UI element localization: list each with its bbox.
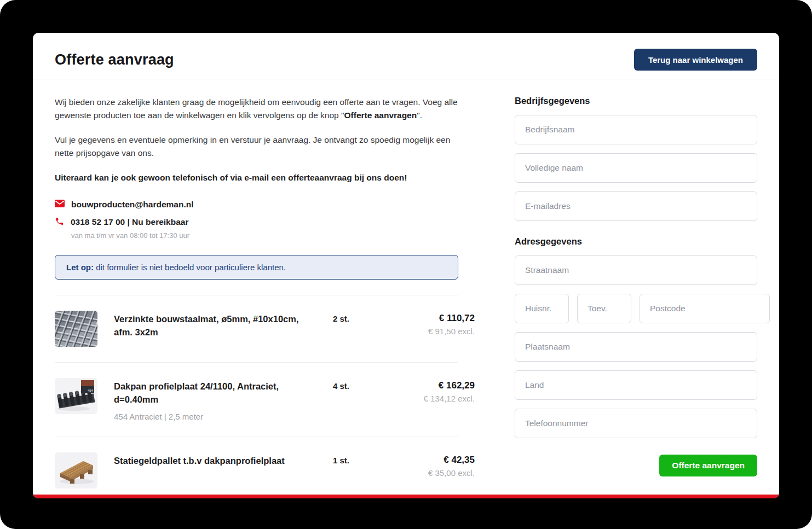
product-variant: 454 Antraciet | 2,5 meter bbox=[114, 412, 316, 421]
product-price: € 162,29 € 134,12 excl. bbox=[393, 378, 475, 403]
contact-phone[interactable]: 0318 52 17 00 | Nu bereikbaar bbox=[71, 217, 188, 227]
house-number-field[interactable] bbox=[515, 294, 569, 323]
address-row bbox=[515, 294, 757, 332]
address-details-heading: Adresgegevens bbox=[515, 236, 757, 247]
company-details-heading: Bedrijfsgegevens bbox=[515, 96, 757, 106]
contact-phone-row[interactable]: 0318 52 17 00 | Nu bereikbaar bbox=[55, 217, 458, 228]
contact-email-row[interactable]: bouwproducten@hardeman.nl bbox=[55, 200, 458, 210]
product-title: Statiegeldpallet t.b.v dakpanprofielplaa… bbox=[114, 452, 316, 468]
intro-paragraph-1: Wij bieden onze zakelijke klanten graag … bbox=[55, 96, 458, 121]
intro-paragraph-2: Vul je gegevens en eventuele opmerking i… bbox=[55, 133, 458, 159]
phone-field[interactable] bbox=[515, 409, 757, 438]
submit-quote-button[interactable]: Offerte aanvragen bbox=[659, 455, 757, 476]
phone-icon bbox=[55, 217, 64, 228]
product-price: € 42,35 € 35,00 excl. bbox=[393, 452, 475, 478]
back-to-cart-button[interactable]: Terug naar winkelwagen bbox=[634, 49, 757, 71]
mail-icon bbox=[55, 200, 65, 210]
product-price-incl: € 110,72 bbox=[393, 313, 475, 324]
product-title-block: Dakpan profielplaat 24/1100, Antraciet, … bbox=[114, 378, 316, 421]
intro-p1-tail: ". bbox=[417, 111, 422, 120]
product-price: € 110,72 € 91,50 excl. bbox=[393, 311, 475, 336]
company-name-field[interactable] bbox=[515, 115, 757, 144]
card-content: Wij bieden onze zakelijke klanten graag … bbox=[33, 79, 779, 498]
steel-mesh-image bbox=[55, 311, 97, 347]
swatch-label: 454 bbox=[88, 389, 94, 392]
product-quantity: 1 st. bbox=[333, 452, 377, 465]
wooden-pallet-image bbox=[55, 452, 97, 489]
full-name-field[interactable] bbox=[515, 153, 757, 183]
notice-banner: Let op: dit formulier is niet bedoeld vo… bbox=[55, 255, 458, 280]
quote-request-card: Offerte aanvraag Terug naar winkelwagen … bbox=[33, 33, 779, 498]
quote-form: Bedrijfsgegevens Adresgegevens Offerte a… bbox=[515, 96, 757, 498]
card-header: Offerte aanvraag Terug naar winkelwagen bbox=[33, 33, 779, 79]
submit-row: Offerte aanvragen bbox=[515, 455, 757, 476]
product-price-excl: € 91,50 excl. bbox=[393, 327, 475, 336]
product-price-incl: € 162,29 bbox=[393, 380, 475, 391]
intro-p1-bold: Offerte aanvragen bbox=[344, 111, 417, 120]
product-price-excl: € 134,12 excl. bbox=[393, 394, 475, 403]
city-field[interactable] bbox=[515, 332, 757, 362]
product-title: Dakpan profielplaat 24/1100, Antraciet, … bbox=[114, 378, 316, 406]
product-quantity: 4 st. bbox=[333, 378, 377, 391]
notice-text: dit formulier is niet bedoeld voor parti… bbox=[94, 263, 286, 272]
street-field[interactable] bbox=[515, 255, 757, 285]
cart-item: 454 Dakpan profielplaat 24/1100, Antraci… bbox=[55, 362, 458, 437]
left-column: Wij bieden onze zakelijke klanten graag … bbox=[55, 96, 458, 498]
cart-item: Verzinkte bouwstaalmat, ø5mm, #10x10cm, … bbox=[55, 295, 458, 362]
product-price-incl: € 42,35 bbox=[393, 455, 475, 466]
product-title: Verzinkte bouwstaalmat, ø5mm, #10x10cm, … bbox=[114, 311, 316, 339]
contact-block: bouwproducten@hardeman.nl 0318 52 17 00 … bbox=[55, 200, 458, 240]
page-title: Offerte aanvraag bbox=[55, 51, 174, 68]
cart-list: Verzinkte bouwstaalmat, ø5mm, #10x10cm, … bbox=[55, 295, 458, 498]
contact-hours: van ma t/m vr van 08:00 tot 17:30 uur bbox=[71, 231, 458, 240]
product-price-excl: € 35,00 excl. bbox=[393, 468, 475, 478]
roof-panel-image: 454 bbox=[55, 378, 97, 414]
email-field[interactable] bbox=[515, 191, 757, 221]
product-quantity: 2 st. bbox=[333, 311, 377, 323]
notice-label: Let op: bbox=[66, 263, 94, 272]
intro-paragraph-3: Uiteraard kan je ook gewoon telefonisch … bbox=[55, 171, 458, 184]
country-field[interactable] bbox=[515, 370, 757, 400]
cart-item: Statiegeldpallet t.b.v dakpanprofielplaa… bbox=[55, 437, 458, 498]
postcode-field[interactable] bbox=[640, 294, 770, 323]
contact-email[interactable]: bouwproducten@hardeman.nl bbox=[71, 200, 194, 210]
red-accent-bar bbox=[33, 495, 779, 498]
addition-field[interactable] bbox=[577, 294, 631, 323]
